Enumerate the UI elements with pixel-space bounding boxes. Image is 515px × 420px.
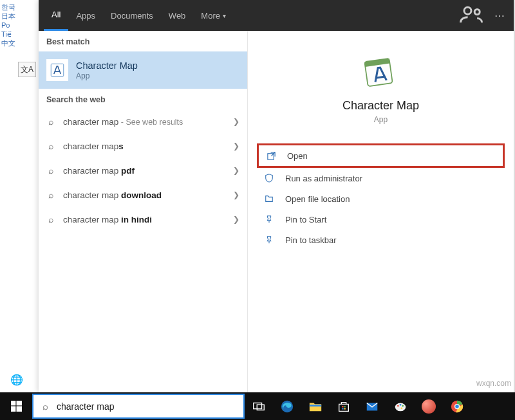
web-result[interactable]: ⌕ character map pdf ❯ [39, 158, 247, 183]
taskbar: ⌕ [0, 392, 515, 420]
task-view-icon[interactable] [245, 392, 273, 420]
taskbar-search[interactable]: ⌕ [32, 394, 245, 419]
detail-title: Character Map [342, 99, 419, 113]
open-icon [267, 151, 281, 161]
folder-icon [265, 194, 279, 203]
edge-icon[interactable] [273, 392, 301, 420]
action-label: Pin to Start [285, 215, 326, 224]
feedback-icon[interactable] [457, 0, 485, 31]
mail-icon[interactable] [358, 392, 386, 420]
tab-more[interactable]: More▾ [193, 0, 234, 31]
pin-icon [265, 215, 279, 224]
action-label: Pin to taskbar [285, 235, 337, 245]
chrome-icon[interactable] [443, 392, 471, 420]
app-icon-red[interactable] [415, 392, 443, 420]
best-match-item[interactable]: Character Map App [39, 51, 247, 89]
svg-point-0 [464, 7, 471, 14]
paint-icon[interactable] [386, 392, 415, 420]
search-icon: ⌕ [44, 190, 58, 200]
action-label: Open file location [285, 194, 350, 204]
globe-icon: 🌐 [10, 374, 24, 388]
svg-rect-20 [342, 408, 343, 409]
best-match-subtitle: App [76, 71, 138, 80]
action-label: Run as administrator [285, 174, 362, 183]
search-flyout: All Apps Documents Web More▾ ⋯ Best matc… [39, 0, 514, 392]
detail-panel: Character Map App Open Run as administra… [248, 31, 514, 392]
chevron-right-icon: ❯ [233, 117, 239, 126]
tab-all[interactable]: All [44, 0, 68, 31]
search-icon: ⌕ [44, 165, 58, 176]
search-icon: ⌕ [44, 141, 58, 151]
charmap-large-icon [363, 54, 399, 90]
chevron-right-icon: ❯ [233, 215, 239, 224]
chevron-right-icon: ❯ [233, 142, 239, 151]
explorer-icon[interactable] [301, 392, 330, 420]
svg-rect-21 [344, 408, 345, 409]
svg-rect-2 [51, 64, 64, 77]
svg-point-1 [474, 9, 480, 14]
svg-point-30 [455, 405, 459, 408]
svg-point-26 [402, 405, 404, 406]
chevron-down-icon: ▾ [223, 12, 226, 19]
flyout-header: All Apps Documents Web More▾ ⋯ [39, 0, 514, 31]
action-list: Open Run as administrator Open file loca… [257, 143, 505, 250]
action-open[interactable]: Open [257, 143, 505, 168]
action-run-admin[interactable]: Run as administrator [257, 168, 505, 188]
svg-rect-11 [16, 401, 22, 405]
chevron-right-icon: ❯ [233, 190, 239, 199]
svg-point-27 [400, 407, 402, 409]
detail-subtitle: App [374, 115, 388, 124]
svg-line-6 [376, 77, 384, 78]
web-result[interactable]: ⌕ character map download ❯ [39, 183, 247, 207]
svg-rect-10 [11, 401, 15, 405]
search-input[interactable] [57, 395, 243, 417]
background-text: 한국 日本 Po Tiế 中文 [0, 0, 39, 392]
svg-point-25 [400, 403, 402, 405]
start-button[interactable] [0, 392, 32, 420]
store-icon[interactable] [330, 392, 358, 420]
action-pin-start[interactable]: Pin to Start [257, 209, 505, 230]
chevron-right-icon: ❯ [233, 166, 239, 175]
action-file-location[interactable]: Open file location [257, 188, 505, 209]
svg-rect-14 [254, 403, 262, 408]
action-pin-taskbar[interactable]: Pin to taskbar [257, 230, 505, 250]
search-icon: ⌕ [44, 214, 58, 224]
svg-rect-19 [344, 406, 345, 407]
translate-icon: 文A [18, 62, 36, 77]
svg-rect-18 [342, 406, 343, 407]
web-result[interactable]: ⌕ character map - See web results ❯ [39, 109, 247, 134]
best-match-label: Best match [39, 31, 247, 51]
web-result[interactable]: ⌕ character map in hindi ❯ [39, 207, 247, 232]
svg-rect-13 [16, 406, 22, 412]
search-icon: ⌕ [33, 401, 57, 412]
pin-icon [265, 235, 279, 244]
svg-point-24 [397, 405, 399, 406]
tab-web[interactable]: Web [161, 0, 194, 31]
results-panel: Best match Character Map App Search the … [39, 31, 248, 392]
search-icon: ⌕ [44, 116, 58, 127]
search-web-label: Search the web [39, 89, 247, 109]
tab-apps[interactable]: Apps [68, 0, 103, 31]
shield-icon [265, 174, 279, 183]
tab-documents[interactable]: Documents [103, 0, 161, 31]
web-result[interactable]: ⌕ character maps ❯ [39, 134, 247, 158]
action-label: Open [287, 151, 308, 161]
svg-rect-12 [11, 406, 15, 412]
charmap-icon [46, 59, 68, 81]
more-options-icon[interactable]: ⋯ [485, 0, 514, 31]
watermark: wxqn.com [476, 379, 511, 388]
svg-rect-17 [310, 405, 321, 406]
best-match-title: Character Map [76, 60, 138, 71]
